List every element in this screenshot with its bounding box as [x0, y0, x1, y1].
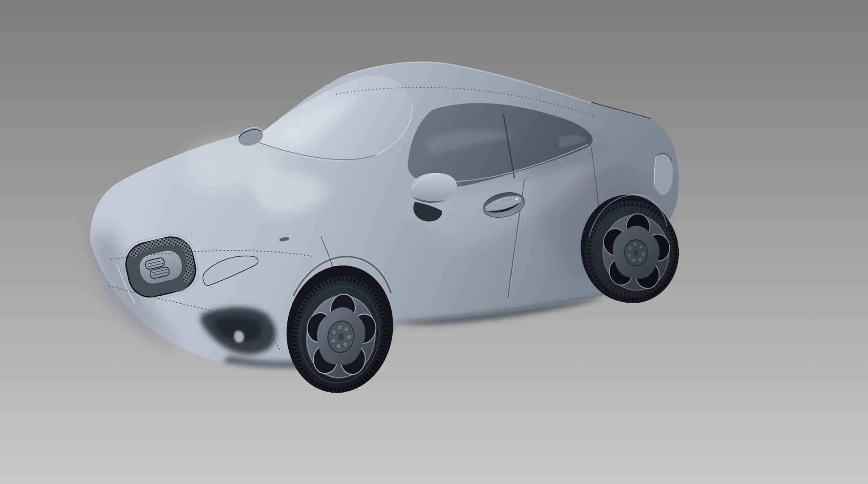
3d-viewport[interactable] — [0, 0, 868, 484]
render-canvas[interactable] — [0, 0, 868, 484]
